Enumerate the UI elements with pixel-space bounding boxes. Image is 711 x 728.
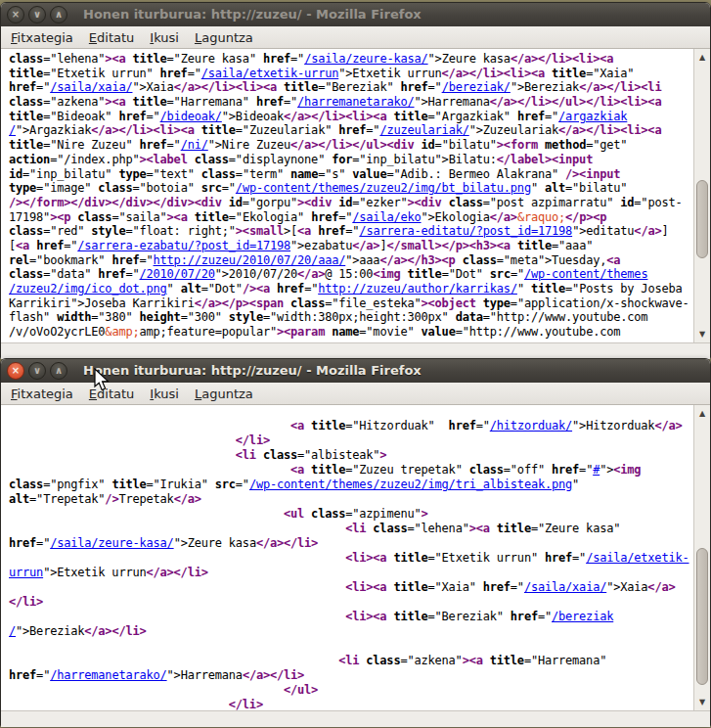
- scroll-up-icon[interactable]: ▲: [694, 50, 710, 65]
- source-line: <li class="albisteak">: [9, 448, 693, 463]
- status-bar: [1, 342, 710, 359]
- window-buttons: ×∨∧: [7, 362, 67, 380]
- menu-item-fitxategia[interactable]: Fitxategia: [3, 385, 81, 403]
- source-line: <ul class="azpimenu">: [9, 507, 693, 522]
- source-line: [9, 639, 693, 654]
- source-line: action="/index.php"><label class="displa…: [9, 153, 693, 167]
- source-view[interactable]: class="lehena"><a title="Zeure kasa" hre…: [1, 49, 710, 342]
- source-line: </li>: [9, 698, 693, 710]
- source-line: class="azkena"><a title="Harremana" href…: [9, 95, 693, 110]
- scroll-thumb[interactable]: [696, 180, 708, 258]
- source-line: href="/saila/xaia/">Xaia</a></li><li><a …: [9, 80, 693, 95]
- source-line: /v/oVoO2ycrLE0&amp;amp;feature=popular">…: [9, 325, 693, 340]
- titlebar[interactable]: ×∨∧ Honen iturburua: http://zuzeu/ - Moz…: [1, 3, 710, 26]
- source-line: <a title="Zuzeu trepetak" class="off" hr…: [9, 463, 693, 478]
- source-code: <a title="Hitzorduak" href="/hitzorduak/…: [1, 405, 693, 710]
- source-line: title="Etxetik urrun" href="/saila/etxet…: [9, 67, 693, 81]
- titlebar[interactable]: ×∨∧ Honen iturburua: http://zuzeu/ - Moz…: [1, 359, 710, 383]
- source-line: 17198"><p class="saila"><a title="Ekolog…: [9, 210, 693, 225]
- source-line: flash" width="380" height="300" style="w…: [9, 310, 693, 325]
- source-line: <li><a title="Xaia" href="/saila/xaia/">…: [9, 580, 693, 595]
- menu-item-laguntza[interactable]: Laguntza: [187, 28, 261, 47]
- source-line: class="pngfix" title="Irukia" src="/wp-c…: [9, 478, 693, 492]
- menu-item-ikusi[interactable]: Ikusi: [142, 385, 187, 403]
- source-line: /">Argazkiak</a></li><li><a title="Zuzeu…: [9, 123, 693, 138]
- source-line: href="/harremanetarako/">Harremana</a></…: [9, 668, 693, 683]
- menu-item-editatu[interactable]: Editatu: [81, 28, 142, 47]
- viewsource-window-back: ×∨∧ Honen iturburua: http://zuzeu/ - Moz…: [0, 2, 711, 358]
- minimize-button[interactable]: ∨: [28, 362, 46, 380]
- scroll-thumb[interactable]: [696, 548, 708, 685]
- source-line: <li><a title="Bereziak" href="/bereziak: [9, 610, 693, 624]
- source-line: </ul>: [9, 683, 693, 698]
- menubar: FitxategiaEditatuIkusiLaguntza: [1, 26, 710, 49]
- source-line: urrun">Etxetik urrun</a></li>: [9, 566, 693, 580]
- minimize-button[interactable]: ∨: [28, 6, 46, 23]
- menubar: FitxategiaEditatuIkusiLaguntza: [1, 383, 710, 405]
- source-line: Karrikiri">Joseba Karrikiri</a></p><span…: [9, 296, 693, 311]
- source-line: title="Bideoak" href="/bideoak/">Bideoak…: [9, 110, 693, 124]
- source-line: [<a href="/sarrera-ezabatu/?post_id=1719…: [9, 239, 693, 253]
- source-line: class="red" style="float: right;"><small…: [9, 224, 693, 239]
- source-line: </li>: [9, 595, 693, 610]
- source-line: /">Bereziak</a></li>: [9, 624, 693, 639]
- vertical-scrollbar[interactable]: ▲ ▼: [693, 405, 710, 710]
- source-line: alt="Trepetak"/>Trepetak</a>: [9, 492, 693, 507]
- scroll-up-icon[interactable]: ▲: [694, 406, 710, 421]
- source-line: /zuzeu2/img/ico_dot.png" alt="Dot"/><a h…: [9, 282, 693, 296]
- source-line: class="lehena"><a title="Zeure kasa" hre…: [9, 52, 693, 67]
- source-line: <li class="azkena"><a title="Harremana": [9, 654, 693, 668]
- maximize-button[interactable]: ∧: [50, 362, 67, 380]
- maximize-button[interactable]: ∧: [50, 6, 67, 23]
- menu-item-fitxategia[interactable]: Fitxategia: [3, 28, 81, 47]
- scroll-down-icon[interactable]: ▼: [694, 695, 710, 709]
- scroll-down-icon[interactable]: ▼: [694, 327, 710, 341]
- source-line: <li><a title="Etxetik urrun" href="/sail…: [9, 551, 693, 566]
- source-line: type="image" class="botoia" src="/wp-con…: [9, 181, 693, 196]
- source-code: class="lehena"><a title="Zeure kasa" hre…: [1, 49, 693, 342]
- source-line: <li class="lehena"><a title="Zeure kasa": [9, 522, 693, 536]
- source-line: id="inp_bilatu" type="text" class="term"…: [9, 167, 693, 182]
- window-buttons: ×∨∧: [7, 6, 67, 23]
- source-view[interactable]: <a title="Hitzorduak" href="/hitzorduak/…: [1, 405, 710, 710]
- viewsource-window-front: ×∨∧ Honen iturburua: http://zuzeu/ - Moz…: [0, 358, 711, 726]
- window-title: Honen iturburua: http://zuzeu/ - Mozilla…: [83, 7, 422, 22]
- source-line: rel="bookmark" href="http://zuzeu/2010/0…: [9, 253, 693, 268]
- vertical-scrollbar[interactable]: ▲ ▼: [693, 49, 710, 342]
- source-line: </li>: [9, 433, 693, 448]
- close-button[interactable]: ×: [7, 362, 24, 380]
- window-title: Honen iturburua: http://zuzeu/ - Mozilla…: [83, 363, 422, 378]
- source-line: href="/saila/zeure-kasa/">Zeure kasa</a>…: [9, 536, 693, 551]
- menu-item-ikusi[interactable]: Ikusi: [142, 28, 187, 47]
- source-line: /></form></div></div></div><div id="gorp…: [9, 196, 693, 210]
- source-line: class="data" href="/2010/07/20">2010/07/…: [9, 267, 693, 282]
- close-button[interactable]: ×: [7, 6, 24, 23]
- status-bar: [1, 710, 710, 727]
- source-line: <a title="Hitzorduak" href="/hitzorduak/…: [9, 419, 693, 433]
- source-line: title="Nire Zuzeu" href="/ni/">Nire Zuze…: [9, 138, 693, 153]
- menu-item-laguntza[interactable]: Laguntza: [187, 385, 261, 403]
- menu-item-editatu[interactable]: Editatu: [81, 385, 142, 403]
